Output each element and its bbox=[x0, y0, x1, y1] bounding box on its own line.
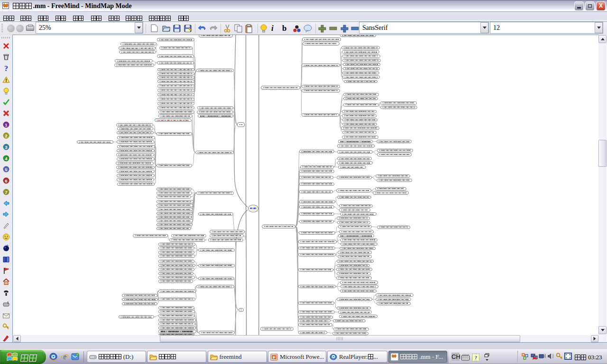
svg-text:e: e bbox=[63, 353, 67, 361]
svg-text:5: 5 bbox=[5, 167, 8, 172]
svg-text:3: 3 bbox=[5, 145, 7, 150]
svg-text:1: 1 bbox=[5, 122, 8, 127]
svg-text:6: 6 bbox=[5, 178, 7, 183]
svg-text:2: 2 bbox=[5, 133, 7, 138]
svg-text:4: 4 bbox=[5, 155, 8, 161]
svg-text:?: ? bbox=[4, 64, 8, 72]
svg-text:7: 7 bbox=[5, 189, 7, 194]
svg-text:P: P bbox=[273, 355, 276, 360]
